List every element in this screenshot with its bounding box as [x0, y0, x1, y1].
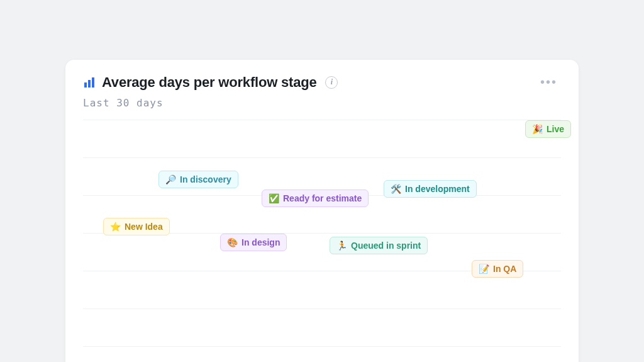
- chart-card: Average days per workflow stage i ••• La…: [65, 60, 579, 362]
- stage-label: In development: [405, 184, 470, 194]
- bars-container: 162615221324831: [83, 120, 561, 362]
- stage-label: New Idea: [125, 222, 163, 232]
- stage-emoji-icon: 🛠️: [391, 184, 401, 194]
- stage-label: In discovery: [180, 174, 231, 184]
- stage-emoji-icon: 🏃: [336, 240, 347, 251]
- stage-label: Live: [547, 124, 564, 134]
- stage-badge[interactable]: ⭐New Idea: [103, 218, 170, 235]
- info-icon[interactable]: i: [325, 76, 338, 89]
- stage-badge[interactable]: 🛠️In development: [384, 180, 477, 198]
- stage-emoji-icon: ✅: [269, 193, 279, 203]
- stage-badge[interactable]: 🏃Queued in sprint: [330, 237, 428, 254]
- stage-badge[interactable]: 📝In QA: [472, 260, 523, 278]
- stage-emoji-icon: ⭐: [110, 222, 121, 232]
- bar-chart-icon: [83, 76, 96, 89]
- card-header: Average days per workflow stage i •••: [83, 74, 561, 91]
- stage-label: Ready for estimate: [283, 193, 362, 203]
- chart-title: Average days per workflow stage: [102, 74, 316, 91]
- stage-badge[interactable]: 🔎In discovery: [158, 171, 238, 188]
- plot-area: 162615221324831 ⭐New Idea🔎In discovery🎨I…: [83, 120, 561, 362]
- stage-badge[interactable]: ✅Ready for estimate: [262, 189, 369, 207]
- stage-label: In design: [242, 237, 280, 247]
- stage-emoji-icon: 🎉: [532, 124, 543, 134]
- stage-badge[interactable]: 🎉Live: [525, 120, 571, 138]
- chart-subtitle: Last 30 days: [83, 97, 561, 109]
- stage-label: In QA: [493, 264, 516, 274]
- stage-emoji-icon: 📝: [479, 264, 489, 274]
- stage-emoji-icon: 🔎: [165, 174, 176, 184]
- stage-label: Queued in sprint: [351, 240, 421, 251]
- stage-badge[interactable]: 🎨In design: [220, 234, 287, 251]
- svg-rect-0: [84, 82, 87, 88]
- svg-rect-2: [92, 77, 94, 88]
- svg-rect-1: [88, 80, 91, 88]
- stage-emoji-icon: 🎨: [227, 237, 238, 247]
- more-menu-icon[interactable]: •••: [536, 74, 561, 91]
